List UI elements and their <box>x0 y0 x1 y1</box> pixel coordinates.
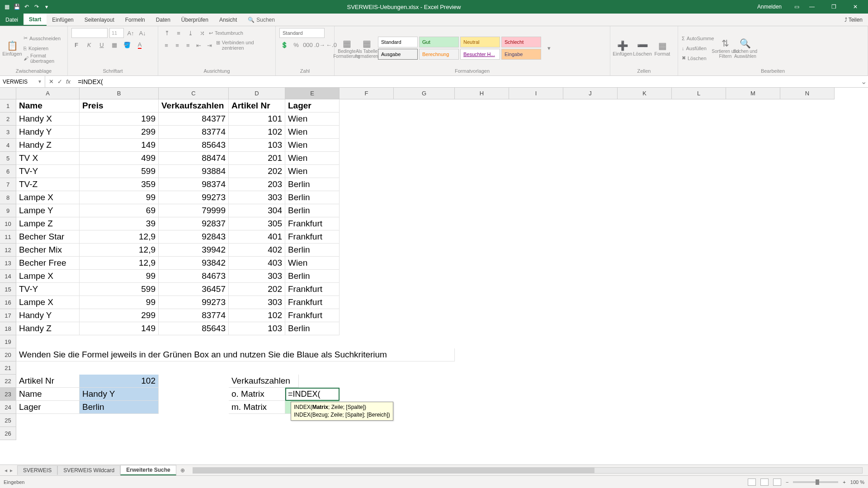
find-select-button[interactable]: 🔍Suchen und Auswählen <box>736 38 754 59</box>
row-header-8[interactable]: 8 <box>0 191 16 204</box>
cell-E7[interactable]: Berlin <box>285 178 340 191</box>
copy-button[interactable]: ⎘Kopieren <box>24 44 64 53</box>
align-right-icon[interactable]: ≡ <box>184 40 193 50</box>
cell-A20[interactable]: Wenden Sie die Formel jeweils in der Grü… <box>16 348 455 361</box>
cell-A23[interactable]: Name <box>16 388 80 401</box>
row-header-17[interactable]: 17 <box>0 309 16 322</box>
cell-E4[interactable]: Wien <box>285 139 340 152</box>
col-header-I[interactable]: I <box>509 88 563 99</box>
col-header-D[interactable]: D <box>229 88 285 99</box>
currency-icon[interactable]: 💲 <box>279 40 289 50</box>
row-header-6[interactable]: 6 <box>0 165 16 178</box>
close-button[interactable]: ✕ <box>846 0 864 14</box>
align-bottom-icon[interactable]: ⤓ <box>185 28 195 38</box>
zoom-slider[interactable] <box>793 481 838 483</box>
row-header-10[interactable]: 10 <box>0 217 16 230</box>
sheet-nav-last-icon[interactable]: ▸ <box>10 467 13 474</box>
row-header-16[interactable]: 16 <box>0 296 16 309</box>
cell-C2[interactable]: 84377 <box>159 113 229 126</box>
cell-B3[interactable]: 299 <box>80 126 159 139</box>
select-all-corner[interactable] <box>0 88 16 99</box>
cell-E15[interactable]: Frankfurt <box>285 283 340 296</box>
cell-E16[interactable]: Frankfurt <box>285 296 340 309</box>
cell-C7[interactable]: 98374 <box>159 178 229 191</box>
cell-C9[interactable]: 79999 <box>159 204 229 217</box>
increase-font-icon[interactable]: A↑ <box>126 28 136 38</box>
cell-A7[interactable]: TV-Z <box>16 178 80 191</box>
align-middle-icon[interactable]: ≡ <box>174 28 184 38</box>
cell-B9[interactable]: 69 <box>80 204 159 217</box>
tab-pagelayout[interactable]: Seitenlayout <box>79 14 120 26</box>
col-header-K[interactable]: K <box>618 88 672 99</box>
tab-formulas[interactable]: Formeln <box>120 14 151 26</box>
cell-D2[interactable]: 101 <box>229 113 285 126</box>
border-button[interactable]: ▦ <box>109 40 119 50</box>
format-table-button[interactable]: ▦Als Tabelle formatieren <box>358 38 375 59</box>
styles-more-icon[interactable]: ▾ <box>544 43 554 53</box>
insert-function-button[interactable]: fx <box>66 78 71 85</box>
cell-A5[interactable]: TV X <box>16 152 80 165</box>
cell-D24[interactable]: m. Matrix <box>229 401 285 414</box>
row-header-5[interactable]: 5 <box>0 152 16 165</box>
col-header-B[interactable]: B <box>80 88 159 99</box>
cell-C14[interactable]: 84673 <box>159 270 229 283</box>
hscroll-thumb[interactable] <box>193 468 594 473</box>
merge-center-button[interactable]: ⊞Verbinden und zentrieren <box>216 40 272 51</box>
cell-D14[interactable]: 303 <box>229 270 285 283</box>
page-break-view-button[interactable] <box>773 479 781 486</box>
tab-data[interactable]: Daten <box>151 14 176 26</box>
tab-insert[interactable]: Einfügen <box>47 14 79 26</box>
tab-file[interactable]: Datei <box>0 14 24 26</box>
cell-E1[interactable]: Lager <box>285 99 340 113</box>
decrease-font-icon[interactable]: A↓ <box>137 28 147 38</box>
signin-link[interactable]: Anmelden <box>757 4 782 10</box>
cell-style-schlecht[interactable]: Schlecht <box>501 37 541 47</box>
cell-D1[interactable]: Artikel Nr <box>229 99 285 113</box>
font-color-button[interactable]: A <box>135 40 145 50</box>
save-icon[interactable]: 💾 <box>13 3 21 11</box>
cell-C16[interactable]: 99273 <box>159 296 229 309</box>
tab-review[interactable]: Überprüfen <box>176 14 214 26</box>
cell-A14[interactable]: Lampe X <box>16 270 80 283</box>
row-header-20[interactable]: 20 <box>0 348 16 361</box>
cell-D8[interactable]: 303 <box>229 191 285 204</box>
minimize-button[interactable]: — <box>803 0 821 14</box>
cell-B11[interactable]: 12,9 <box>80 230 159 244</box>
cell-C3[interactable]: 83774 <box>159 126 229 139</box>
row-header-3[interactable]: 3 <box>0 126 16 139</box>
zoom-in-button[interactable]: + <box>843 479 845 485</box>
bold-button[interactable]: F <box>71 40 81 50</box>
cell-E13[interactable]: Wien <box>285 257 340 270</box>
format-cells-button[interactable]: ▦Format <box>654 38 671 59</box>
horizontal-scrollbar[interactable] <box>193 467 863 474</box>
cell-B12[interactable]: 12,9 <box>80 244 159 257</box>
cell-A6[interactable]: TV-Y <box>16 165 80 178</box>
row-header-13[interactable]: 13 <box>0 257 16 270</box>
cell-B15[interactable]: 599 <box>80 283 159 296</box>
cell-A8[interactable]: Lampe X <box>16 191 80 204</box>
cell-A18[interactable]: Handy Z <box>16 322 80 335</box>
qat-more-icon[interactable]: ▾ <box>42 3 51 11</box>
cell-B13[interactable]: 12,9 <box>80 257 159 270</box>
row-header-25[interactable]: 25 <box>0 414 16 427</box>
function-tooltip[interactable]: INDEX(Matrix; Zeile; [Spalte]) INDEX(Bez… <box>291 402 393 421</box>
format-painter-button[interactable]: 🖌Format übertragen <box>24 54 64 63</box>
row-header-24[interactable]: 24 <box>0 401 16 414</box>
cell-style-standard[interactable]: Standard <box>378 37 418 47</box>
cell-E3[interactable]: Wien <box>285 126 340 139</box>
cell-D4[interactable]: 103 <box>229 139 285 152</box>
cell-B22[interactable]: 102 <box>80 375 159 388</box>
cell-D15[interactable]: 202 <box>229 283 285 296</box>
cell-B5[interactable]: 499 <box>80 152 159 165</box>
cell-E6[interactable]: Wien <box>285 165 340 178</box>
tab-start[interactable]: Start <box>24 14 47 26</box>
cell-E18[interactable]: Berlin <box>285 322 340 335</box>
spreadsheet-grid[interactable]: ABCDEFGHIJKLMN 1234567891011121314151617… <box>0 88 868 449</box>
fill-button[interactable]: ↓Ausfüllen <box>682 44 714 53</box>
thousand-icon[interactable]: 000 <box>303 40 313 50</box>
cell-B17[interactable]: 299 <box>80 309 159 322</box>
cut-button[interactable]: ✂Ausschneiden <box>24 34 64 43</box>
cell-C11[interactable]: 92843 <box>159 230 229 244</box>
share-button[interactable]: ⤴ Teilen <box>844 17 863 23</box>
col-header-L[interactable]: L <box>672 88 726 99</box>
